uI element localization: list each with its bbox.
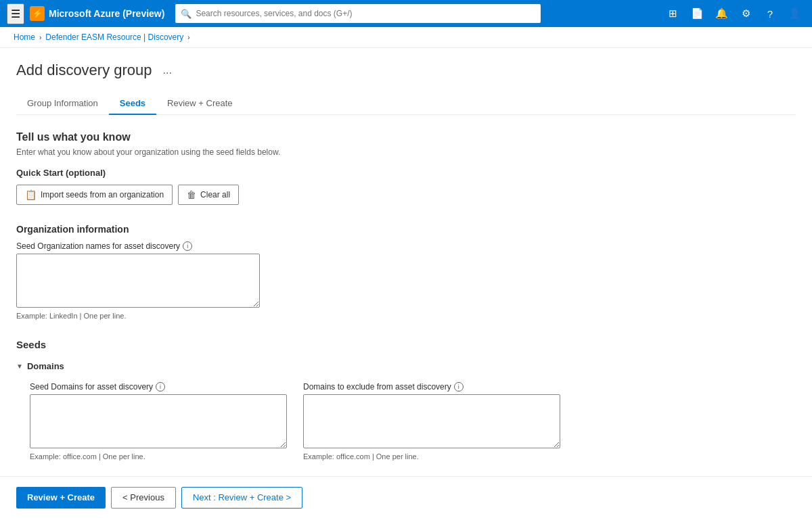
quick-start-section: Quick Start (optional) 📋 Import seeds fr… bbox=[16, 168, 796, 205]
next-review-create-button[interactable]: Next : Review + Create > bbox=[181, 487, 302, 509]
main-content: Add discovery group ... Group Informatio… bbox=[0, 48, 812, 518]
help-icon-btn[interactable]: ? bbox=[759, 3, 781, 24]
exclude-domains-info-icon[interactable]: i bbox=[454, 382, 464, 392]
previous-button[interactable]: < Previous bbox=[111, 487, 176, 509]
org-names-info-icon[interactable]: i bbox=[183, 241, 192, 251]
review-create-button[interactable]: Review + Create bbox=[16, 487, 106, 509]
import-icon: 📋 bbox=[25, 189, 37, 200]
seed-domains-info-icon[interactable]: i bbox=[156, 382, 165, 392]
ellipsis-menu-button[interactable]: ... bbox=[159, 63, 176, 78]
topnav-right-actions: ⊞ 📄 🔔 ⚙ ? 👤 bbox=[662, 3, 805, 24]
page-title-row: Add discovery group ... bbox=[16, 62, 796, 79]
domains-content: Seed Domains for asset discovery i Examp… bbox=[16, 374, 796, 466]
clear-all-button[interactable]: 🗑 Clear all bbox=[178, 185, 239, 205]
exclude-domains-label: Domains to exclude from asset discovery … bbox=[303, 382, 560, 392]
search-input[interactable] bbox=[196, 9, 535, 18]
org-info-label: Organization information bbox=[16, 224, 796, 235]
top-navigation: ☰ ⚡ Microsoft Azure (Preview) 🔍 ⊞ 📄 🔔 ⚙ … bbox=[0, 0, 812, 27]
notifications-icon-btn[interactable]: 🔔 bbox=[710, 3, 732, 24]
seed-domains-hint: Example: office.com | One per line. bbox=[30, 452, 287, 461]
tab-review-create[interactable]: Review + Create bbox=[156, 93, 243, 115]
cloud-shell-icon-btn[interactable]: 📄 bbox=[686, 3, 708, 24]
domains-header[interactable]: ▼ Domains bbox=[16, 358, 796, 374]
tab-seeds[interactable]: Seeds bbox=[109, 93, 156, 115]
exclude-domains-field: Domains to exclude from asset discovery … bbox=[303, 382, 560, 461]
exclude-domains-hint: Example: office.com | One per line. bbox=[303, 452, 560, 461]
import-seeds-button[interactable]: 📋 Import seeds from an organization bbox=[16, 185, 173, 205]
exclude-domains-textarea[interactable] bbox=[303, 394, 560, 448]
portal-icon-btn[interactable]: ⊞ bbox=[662, 3, 683, 24]
search-box[interactable]: 🔍 bbox=[175, 4, 541, 23]
section-subtitle: Enter what you know about your organizat… bbox=[16, 147, 796, 157]
breadcrumb-discovery[interactable]: Defender EASM Resource | Discovery bbox=[45, 32, 183, 42]
seeds-label: Seeds bbox=[16, 339, 796, 350]
seed-domains-field: Seed Domains for asset discovery i Examp… bbox=[30, 382, 287, 461]
org-names-textarea[interactable] bbox=[16, 254, 260, 308]
trash-icon: 🗑 bbox=[187, 189, 196, 200]
breadcrumb-home[interactable]: Home bbox=[14, 32, 35, 42]
org-names-label: Seed Organization names for asset discov… bbox=[16, 241, 796, 251]
search-icon: 🔍 bbox=[181, 9, 191, 19]
page-title: Add discovery group bbox=[16, 62, 152, 79]
app-logo: ⚡ Microsoft Azure (Preview) bbox=[30, 6, 164, 21]
user-icon-btn[interactable]: 👤 bbox=[784, 3, 805, 24]
seed-domains-label: Seed Domains for asset discovery i bbox=[30, 382, 287, 392]
domains-group: ▼ Domains Seed Domains for asset discove… bbox=[16, 358, 796, 466]
domain-fields-row: Seed Domains for asset discovery i Examp… bbox=[30, 382, 796, 461]
org-info-section: Organization information Seed Organizati… bbox=[16, 224, 796, 320]
section-title: Tell us what you know bbox=[16, 131, 796, 143]
org-names-hint: Example: LinkedIn | One per line. bbox=[16, 312, 796, 320]
breadcrumb: Home › Defender EASM Resource | Discover… bbox=[0, 27, 812, 48]
app-badge-icon: ⚡ bbox=[30, 6, 45, 21]
tab-group-information[interactable]: Group Information bbox=[16, 93, 109, 115]
settings-icon-btn[interactable]: ⚙ bbox=[735, 3, 757, 24]
quick-start-buttons: 📋 Import seeds from an organization 🗑 Cl… bbox=[16, 185, 796, 205]
menu-icon[interactable]: ☰ bbox=[7, 3, 24, 24]
breadcrumb-sep-2: › bbox=[187, 34, 189, 41]
wizard-tabs: Group Information Seeds Review + Create bbox=[16, 93, 796, 115]
seed-domains-textarea[interactable] bbox=[30, 394, 287, 448]
quick-start-label: Quick Start (optional) bbox=[16, 168, 796, 178]
breadcrumb-sep-1: › bbox=[39, 34, 41, 41]
domains-chevron-icon: ▼ bbox=[16, 362, 23, 370]
domains-label: Domains bbox=[27, 361, 64, 371]
bottom-action-bar: Review + Create < Previous Next : Review… bbox=[0, 476, 812, 518]
app-name: Microsoft Azure (Preview) bbox=[49, 8, 164, 19]
